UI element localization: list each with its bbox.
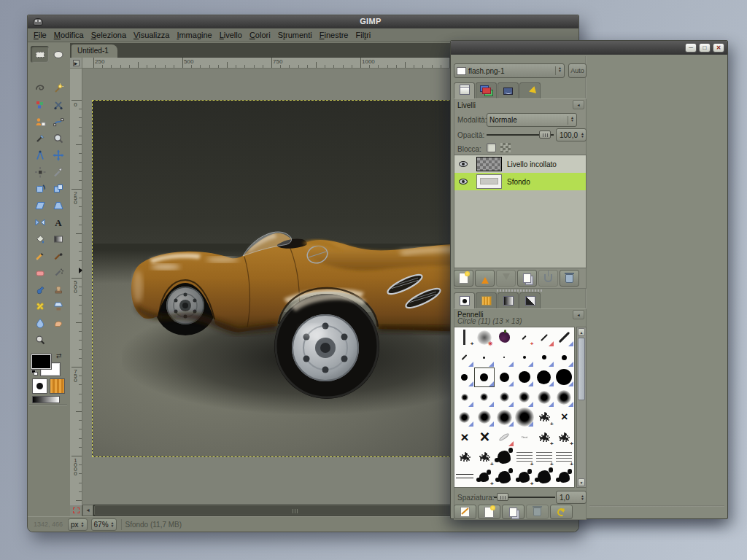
image-tab[interactable]: Untitled-1 — [71, 44, 117, 58]
tool-dodge-burn-icon[interactable] — [31, 331, 49, 348]
brush-cell[interactable] — [554, 387, 574, 407]
swap-colors-icon[interactable]: ⇄ — [56, 353, 65, 360]
menu-colori[interactable]: Colori — [246, 29, 274, 41]
image-selector-combo[interactable]: flash.png-1 ▲▼ — [454, 63, 565, 78]
brush-cell[interactable] — [495, 408, 514, 427]
default-colors-icon[interactable] — [31, 370, 39, 376]
dock-tab-undo-history[interactable] — [519, 82, 541, 98]
tool-move-icon[interactable] — [49, 147, 67, 163]
zoom-select[interactable]: 67%▲▼ — [91, 518, 117, 531]
brush-cell[interactable]: + — [534, 447, 554, 467]
dock-tab-palettes[interactable] — [519, 292, 541, 308]
tool-flip-icon[interactable] — [31, 214, 49, 230]
brush-cell[interactable] — [514, 387, 534, 407]
brush-cell[interactable] — [534, 347, 554, 367]
tool-zoom-icon[interactable] — [49, 130, 67, 147]
active-brush-indicator[interactable] — [32, 378, 47, 394]
tool-bucket-fill-icon[interactable] — [31, 230, 49, 247]
layer-row[interactable]: Livello incollato — [454, 155, 586, 173]
brush-cell[interactable] — [454, 447, 474, 467]
scroll-left-icon[interactable]: ◂ — [82, 505, 93, 516]
tool-blur-icon[interactable] — [31, 314, 49, 331]
spacing-slider[interactable] — [494, 491, 555, 503]
brush-cell[interactable] — [495, 387, 514, 407]
main-titlebar[interactable]: GIMP — [28, 15, 578, 28]
ruler-corner[interactable]: ▶ — [70, 58, 82, 69]
foreground-color-swatch[interactable] — [31, 354, 51, 369]
tool-perspective-icon[interactable] — [49, 197, 67, 214]
layer-row[interactable]: Sfondo — [454, 173, 586, 190]
layer-visible-icon[interactable] — [459, 179, 468, 184]
tool-paths-icon[interactable] — [49, 113, 67, 130]
spacing-spinbox[interactable]: 1,0▲▼ — [556, 491, 587, 504]
tool-scissors-icon[interactable] — [49, 96, 67, 113]
brush-cell[interactable] — [495, 447, 514, 467]
tool-rotate-icon[interactable] — [31, 180, 49, 197]
brush-cell[interactable]: + — [534, 408, 554, 427]
brush-cell[interactable] — [454, 408, 474, 427]
tool-smudge-icon[interactable] — [49, 314, 67, 331]
active-gradient-indicator[interactable] — [32, 396, 60, 403]
brush-cell[interactable] — [495, 427, 514, 447]
tool-select-by-color-icon[interactable] — [31, 96, 49, 113]
tool-scale-icon[interactable] — [49, 180, 67, 197]
brush-cell[interactable] — [534, 327, 554, 347]
brush-cell[interactable] — [514, 408, 534, 427]
edit-brush-button[interactable] — [454, 505, 476, 519]
tool-measure-icon[interactable] — [31, 147, 49, 163]
brush-cell[interactable] — [454, 368, 474, 387]
brushes-menu-button[interactable]: ◂ — [573, 310, 584, 319]
brush-cell[interactable]: × — [474, 427, 494, 447]
brush-cell[interactable] — [514, 347, 534, 367]
brush-cell[interactable] — [474, 347, 494, 367]
dock-restore-button[interactable]: □ — [699, 43, 711, 52]
refresh-brushes-button[interactable] — [550, 505, 573, 519]
dock-tab-patterns[interactable] — [476, 292, 497, 308]
tool-heal-icon[interactable] — [31, 298, 49, 314]
brush-cell[interactable] — [495, 327, 514, 347]
tool-paintbrush-icon[interactable] — [49, 247, 67, 264]
menu-filtri[interactable]: Filtri — [352, 29, 375, 41]
duplicate-brush-button[interactable] — [502, 505, 525, 519]
tool-airbrush-icon[interactable] — [49, 264, 67, 281]
brush-cell[interactable]: + — [554, 447, 574, 467]
scroll-down-icon[interactable]: ▼ — [578, 478, 585, 486]
brush-cell[interactable] — [495, 347, 514, 367]
panel-menu-button[interactable]: ◂ — [573, 100, 584, 109]
brush-scroll-thumb[interactable] — [578, 338, 585, 400]
brush-cell[interactable] — [454, 387, 474, 407]
tool-align-icon[interactable] — [31, 163, 49, 180]
menu-finestre[interactable]: Finestre — [316, 29, 352, 41]
new-layer-button[interactable] — [454, 270, 473, 287]
menu-modifica[interactable]: Modifica — [50, 29, 88, 41]
tool-pencil-icon[interactable] — [31, 247, 49, 264]
brush-cell[interactable]: + — [474, 447, 494, 467]
tool-blend-icon[interactable] — [49, 230, 67, 247]
menu-livello[interactable]: Livello — [216, 29, 246, 41]
brush-cell[interactable] — [534, 467, 554, 487]
brush-cell[interactable] — [454, 347, 474, 367]
layer-mode-select[interactable]: Normale ▲▼ — [487, 113, 577, 127]
dock-tab-channels[interactable] — [476, 82, 497, 98]
brush-cell[interactable]: + — [514, 327, 534, 347]
tool-fuzzy-select-icon[interactable] — [49, 79, 67, 96]
brush-cell[interactable]: ©text — [514, 427, 534, 447]
opacity-slider[interactable] — [487, 128, 554, 141]
brush-cell[interactable] — [554, 327, 574, 347]
layer-visible-icon[interactable] — [459, 161, 468, 167]
menu-seleziona[interactable]: Seleziona — [88, 29, 130, 41]
menu-file[interactable]: File — [30, 29, 50, 41]
tool-ellipse-select-icon[interactable] — [49, 46, 67, 63]
brush-cell[interactable]: + — [534, 427, 554, 447]
tool-perspective-clone-icon[interactable] — [49, 298, 67, 314]
menu-immagine[interactable]: Immagine — [173, 29, 215, 41]
hscroll-thumb[interactable] — [94, 505, 491, 516]
dock-titlebar[interactable]: ─ □ ✕ — [451, 41, 727, 55]
anchor-layer-button[interactable] — [538, 270, 558, 287]
tool-ink-icon[interactable] — [31, 281, 49, 298]
auto-follow-button[interactable]: Auto — [568, 63, 587, 78]
dock-tab-gradients[interactable] — [498, 292, 519, 308]
brush-cell[interactable]: + — [554, 427, 574, 447]
brush-cell[interactable]: + — [514, 447, 534, 467]
brush-cell[interactable]: × — [554, 408, 574, 427]
